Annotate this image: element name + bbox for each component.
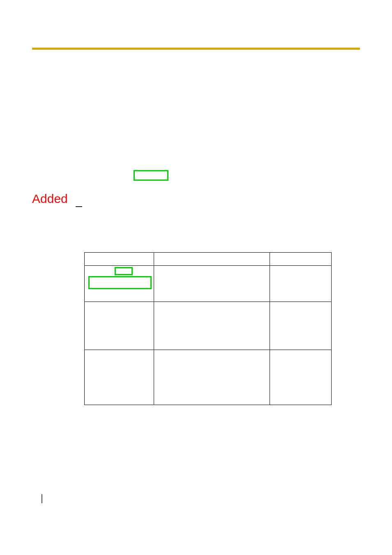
table-cell <box>154 302 270 350</box>
page: Added <box>0 0 392 555</box>
table-row <box>85 302 332 350</box>
table-cell <box>85 350 154 405</box>
highlight-box-2 <box>115 267 133 275</box>
table-cell <box>270 302 332 350</box>
table-cell <box>270 253 332 266</box>
table-cell <box>85 253 154 266</box>
table-cell <box>154 350 270 405</box>
horizontal-rule <box>32 48 360 50</box>
table-cell <box>85 302 154 350</box>
table-cell <box>154 253 270 266</box>
table-cell <box>154 266 270 302</box>
table-cell <box>270 350 332 405</box>
highlight-box-3 <box>88 276 152 289</box>
added-annotation: Added <box>32 192 68 206</box>
table-row <box>85 350 332 405</box>
table-cell <box>270 266 332 302</box>
footer-divider <box>42 494 42 503</box>
table-row <box>85 253 332 266</box>
underscore-mark <box>76 206 82 207</box>
highlight-box-1 <box>134 170 168 181</box>
